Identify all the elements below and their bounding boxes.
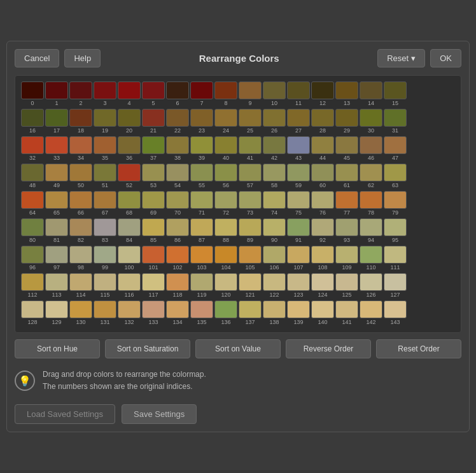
color-cell[interactable]: 124 [311,273,334,298]
color-cell[interactable]: 125 [335,273,358,298]
save-settings-button[interactable]: Save Settings [122,404,197,424]
color-cell[interactable]: 53 [142,164,165,188]
color-cell[interactable]: 2 [69,81,92,106]
color-cell[interactable]: 49 [45,164,68,188]
color-cell[interactable]: 18 [69,109,92,134]
color-cell[interactable]: 33 [45,136,68,161]
color-cell[interactable]: 3 [94,81,116,106]
color-cell[interactable]: 14 [360,81,382,106]
color-cell[interactable]: 77 [335,191,358,216]
color-cell[interactable]: 39 [190,136,213,161]
sort-value-button[interactable]: Sort on Value [195,339,281,358]
color-cell[interactable]: 100 [118,246,141,271]
color-cell[interactable]: 142 [360,300,382,325]
color-cell[interactable]: 80 [21,218,44,243]
color-cell[interactable]: 86 [166,218,189,243]
color-cell[interactable]: 24 [214,109,237,134]
color-cell[interactable]: 34 [69,136,92,161]
color-cell[interactable]: 36 [118,136,141,161]
color-cell[interactable]: 11 [287,81,310,106]
color-cell[interactable]: 128 [21,300,44,325]
color-cell[interactable]: 21 [142,109,165,134]
color-cell[interactable]: 81 [45,218,68,243]
color-cell[interactable]: 118 [166,273,189,298]
color-cell[interactable]: 105 [239,246,262,271]
color-cell[interactable]: 70 [166,191,189,216]
color-cell[interactable]: 59 [287,164,310,188]
color-cell[interactable]: 83 [94,218,116,243]
color-cell[interactable]: 27 [287,109,310,134]
color-cell[interactable]: 64 [21,191,44,216]
color-cell[interactable]: 133 [142,300,165,325]
color-cell[interactable]: 82 [69,218,92,243]
color-cell[interactable]: 122 [263,273,286,298]
color-cell[interactable]: 13 [335,81,358,106]
color-cell[interactable]: 71 [190,191,213,216]
color-cell[interactable]: 139 [287,300,310,325]
color-cell[interactable]: 58 [263,164,286,188]
color-cell[interactable]: 61 [335,164,358,188]
color-cell[interactable]: 46 [360,136,382,161]
color-cell[interactable]: 30 [360,109,382,134]
color-cell[interactable]: 127 [384,273,407,298]
color-cell[interactable]: 74 [263,191,286,216]
color-cell[interactable]: 69 [142,191,165,216]
color-cell[interactable]: 96 [21,246,44,271]
color-cell[interactable]: 52 [118,164,141,188]
color-cell[interactable]: 26 [263,109,286,134]
color-cell[interactable]: 5 [142,81,165,106]
ok-button[interactable]: OK [430,49,461,67]
color-cell[interactable]: 76 [311,191,334,216]
color-cell[interactable]: 107 [287,246,310,271]
color-cell[interactable]: 135 [190,300,213,325]
color-cell[interactable]: 1 [45,81,68,106]
color-cell[interactable]: 23 [190,109,213,134]
color-cell[interactable]: 87 [190,218,213,243]
color-cell[interactable]: 134 [166,300,189,325]
color-cell[interactable]: 19 [94,109,116,134]
color-cell[interactable]: 66 [69,191,92,216]
color-cell[interactable]: 113 [45,273,68,298]
color-cell[interactable]: 15 [384,81,407,106]
color-cell[interactable]: 110 [360,246,382,271]
color-cell[interactable]: 101 [142,246,165,271]
color-cell[interactable]: 112 [21,273,44,298]
color-cell[interactable]: 114 [69,273,92,298]
color-cell[interactable]: 48 [21,164,44,188]
color-cell[interactable]: 136 [214,300,237,325]
color-cell[interactable]: 40 [214,136,237,161]
color-cell[interactable]: 93 [335,218,358,243]
color-cell[interactable]: 45 [335,136,358,161]
color-cell[interactable]: 102 [166,246,189,271]
color-cell[interactable]: 129 [45,300,68,325]
color-cell[interactable]: 28 [311,109,334,134]
color-cell[interactable]: 37 [142,136,165,161]
color-cell[interactable]: 55 [190,164,213,188]
sort-hue-button[interactable]: Sort on Hue [15,339,100,358]
color-cell[interactable]: 38 [166,136,189,161]
cancel-button[interactable]: Cancel [15,49,59,67]
color-cell[interactable]: 104 [214,246,237,271]
color-cell[interactable]: 12 [311,81,334,106]
color-cell[interactable]: 92 [311,218,334,243]
color-cell[interactable]: 106 [263,246,286,271]
reset-order-button[interactable]: Reset Order [376,339,461,358]
load-settings-button[interactable]: Load Saved Settings [15,404,115,424]
color-cell[interactable]: 6 [166,81,189,106]
color-cell[interactable]: 108 [311,246,334,271]
color-cell[interactable]: 138 [263,300,286,325]
color-cell[interactable]: 25 [239,109,262,134]
color-cell[interactable]: 57 [239,164,262,188]
help-button[interactable]: Help [64,49,101,67]
color-cell[interactable]: 8 [214,81,237,106]
color-cell[interactable]: 65 [45,191,68,216]
color-cell[interactable]: 7 [190,81,213,106]
color-cell[interactable]: 126 [360,273,382,298]
color-cell[interactable]: 31 [384,109,407,134]
color-cell[interactable]: 130 [69,300,92,325]
color-cell[interactable]: 67 [94,191,116,216]
color-cell[interactable]: 4 [118,81,141,106]
color-cell[interactable]: 99 [94,246,116,271]
sort-saturation-button[interactable]: Sort on Saturation [105,339,190,358]
color-cell[interactable]: 56 [214,164,237,188]
